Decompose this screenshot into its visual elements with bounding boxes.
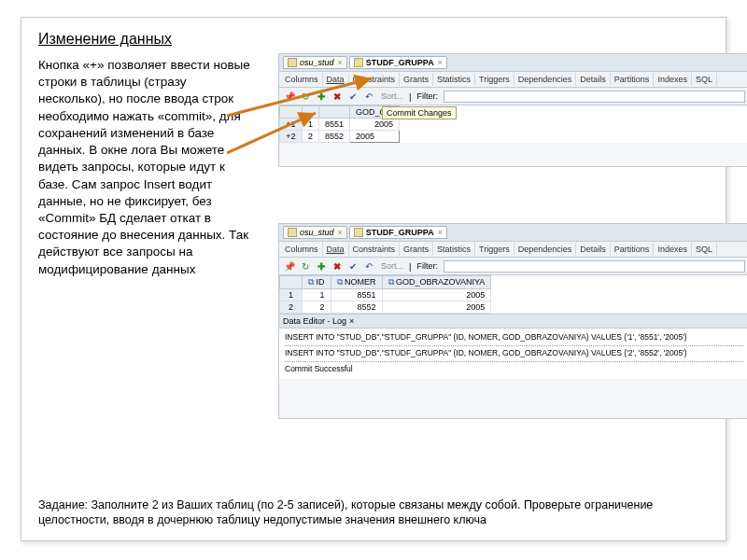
tab-partitions[interactable]: Partitions (611, 243, 655, 256)
tab-data[interactable]: Data (323, 243, 349, 256)
tab-constraints[interactable]: Constraints (349, 73, 401, 86)
tab-details[interactable]: Details (576, 243, 611, 256)
file-tabs-top: osu_stud× STUDF_GRUPPA× (279, 54, 747, 72)
editing-cell[interactable]: 2005 (350, 131, 400, 143)
sub-tabs-top: Columns Data Constraints Grants Statisti… (279, 72, 747, 88)
add-row-icon[interactable]: ✚ (315, 90, 328, 103)
close-icon[interactable]: × (338, 228, 343, 237)
toolbar-top: 📌 ↻ ✚ ✖ ✔ ↶ Sort... | Filter: (279, 88, 747, 105)
sub-tabs-bottom: Columns Data Constraints Grants Statisti… (279, 242, 747, 258)
body-text: Кнопка «+» позволяет ввести новые строки… (38, 57, 253, 278)
tooltip-commit: Commit Changes (382, 106, 457, 119)
refresh-icon[interactable]: ↻ (299, 90, 312, 103)
toolbar-bottom: 📌 ↻ ✚ ✖ ✔ ↶ Sort... | Filter: (279, 258, 747, 275)
log-line: INSERT INTO "STUD_DB"."STUDF_GRUPPA" (ID… (285, 332, 743, 346)
tab-columns[interactable]: Columns (281, 243, 323, 256)
delete-row-icon[interactable]: ✖ (331, 259, 344, 273)
commit-icon[interactable]: ✔ (346, 259, 359, 273)
tab-dependencies[interactable]: Dependencies (514, 73, 577, 86)
file-tab-gruppa[interactable]: STUDF_GRUPPA× (349, 226, 447, 239)
tab-dependencies[interactable]: Dependencies (514, 243, 577, 256)
table-icon (354, 228, 363, 237)
tab-details[interactable]: Details (576, 73, 611, 86)
tab-indexes[interactable]: Indexes (654, 73, 692, 86)
filter-label: Filter: (414, 261, 441, 271)
tab-constraints[interactable]: Constraints (349, 243, 401, 256)
tab-statistics[interactable]: Statistics (433, 73, 475, 86)
task-text: Задание: Заполните 2 из Ваших таблиц (по… (38, 497, 709, 528)
tab-partitions[interactable]: Partitions (611, 73, 655, 86)
table-row[interactable]: +2 2 8552 2005 (280, 131, 400, 143)
sort-label[interactable]: Sort... (378, 91, 406, 101)
tab-triggers[interactable]: Triggers (475, 243, 514, 256)
close-icon[interactable]: × (438, 58, 443, 67)
filter-input[interactable] (444, 91, 745, 103)
table-icon (354, 58, 363, 67)
log-line: INSERT INTO "STUD_DB"."STUDF_GRUPPA" (ID… (285, 348, 743, 362)
rollback-icon[interactable]: ↶ (362, 90, 375, 103)
delete-row-icon[interactable]: ✖ (331, 90, 344, 103)
panel-top: osu_stud× STUDF_GRUPPA× Columns Data Con… (278, 53, 747, 167)
file-tab-osu[interactable]: osu_stud× (283, 226, 347, 239)
close-icon[interactable]: × (438, 228, 443, 237)
table-icon (288, 58, 297, 67)
log-body: INSERT INTO "STUD_DB"."STUDF_GRUPPA" (ID… (279, 329, 747, 379)
file-tab-osu[interactable]: osu_stud× (283, 56, 347, 69)
log-header: Data Editor - Log × (279, 314, 747, 329)
tab-grants[interactable]: Grants (400, 73, 433, 86)
file-tabs-bottom: osu_stud× STUDF_GRUPPA× (279, 224, 747, 242)
filter-label: Filter: (414, 91, 441, 101)
data-grid-bottom: ⧉ ID ⧉ NOMER ⧉ GOD_OBRAZOVANIYA 1 1 8551… (279, 275, 747, 314)
tab-statistics[interactable]: Statistics (433, 243, 475, 256)
tab-grants[interactable]: Grants (400, 243, 433, 256)
table-row[interactable]: 2 2 8552 2005 (280, 301, 491, 314)
commit-icon[interactable]: ✔ (346, 90, 359, 103)
table-row[interactable]: +1 1 8551 2005 (280, 119, 400, 131)
filter-input[interactable] (444, 260, 745, 273)
tab-columns[interactable]: Columns (281, 73, 323, 86)
pin-icon[interactable]: 📌 (283, 259, 296, 273)
close-icon[interactable]: × (349, 316, 354, 326)
tab-data[interactable]: Data (323, 73, 349, 86)
rollback-icon[interactable]: ↶ (362, 259, 375, 273)
close-icon[interactable]: × (338, 58, 343, 67)
refresh-icon[interactable]: ↻ (299, 259, 312, 273)
page-title: Изменение данных (38, 31, 709, 48)
tab-sql[interactable]: SQL (692, 243, 717, 256)
tab-sql[interactable]: SQL (692, 73, 717, 86)
sort-label[interactable]: Sort... (378, 261, 406, 271)
table-row[interactable]: 1 1 8551 2005 (280, 289, 491, 301)
log-status: Commit Successful (285, 364, 743, 375)
tab-indexes[interactable]: Indexes (654, 243, 692, 256)
add-row-icon[interactable]: ✚ (315, 259, 328, 273)
data-grid-top: GOD_O... +1 1 8551 2005 +2 2 8552 2005 (279, 105, 747, 143)
tab-triggers[interactable]: Triggers (475, 73, 514, 86)
panel-bottom: osu_stud× STUDF_GRUPPA× Columns Data Con… (278, 223, 747, 419)
table-icon (288, 228, 297, 237)
pin-icon[interactable]: 📌 (283, 90, 296, 103)
file-tab-gruppa[interactable]: STUDF_GRUPPA× (349, 56, 447, 69)
slide-page: Изменение данных Кнопка «+» позволяет вв… (21, 17, 726, 541)
